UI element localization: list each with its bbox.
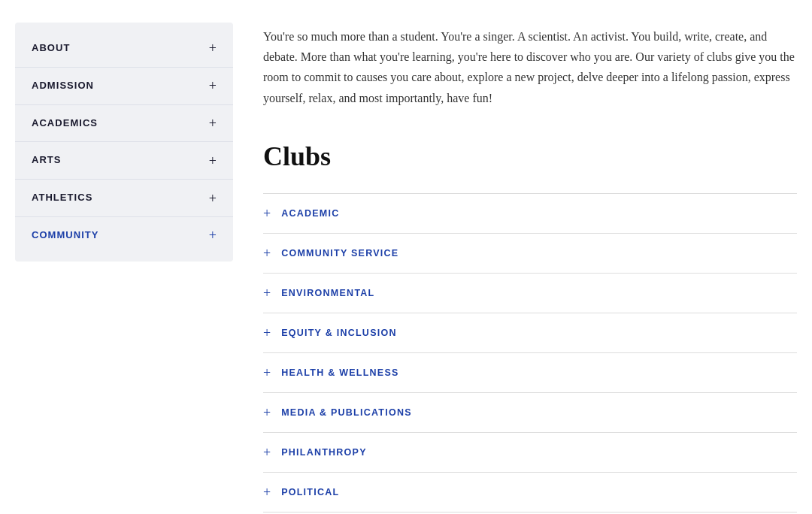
plus-icon-community: +: [209, 228, 217, 242]
plus-icon-admission: +: [209, 79, 217, 92]
club-item-media-publications[interactable]: +MEDIA & PUBLICATIONS: [263, 393, 797, 433]
club-plus-icon-community-service: +: [263, 246, 271, 260]
club-item-political[interactable]: +POLITICAL: [263, 473, 797, 512]
sidebar-item-label-community: COMMUNITY: [32, 228, 99, 243]
plus-icon-academics: +: [209, 116, 217, 130]
club-label-political: POLITICAL: [281, 485, 339, 500]
club-plus-icon-academic: +: [263, 207, 271, 220]
club-item-environmental[interactable]: +ENVIRONMENTAL: [263, 274, 797, 313]
sidebar: ABOUT+ADMISSION+ACADEMICS+ARTS+ATHLETICS…: [15, 23, 233, 262]
clubs-list: +ACADEMIC+COMMUNITY SERVICE+ENVIRONMENTA…: [263, 193, 797, 514]
sidebar-item-label-arts: ARTS: [32, 153, 62, 168]
club-label-equity-inclusion: EQUITY & INCLUSION: [281, 325, 397, 340]
club-plus-icon-political: +: [263, 485, 271, 499]
sidebar-item-label-athletics: ATHLETICS: [32, 190, 92, 206]
intro-text: You're so much more than a student. You'…: [263, 26, 797, 108]
club-label-philanthropy: PHILANTHROPY: [281, 445, 367, 460]
plus-icon-arts: +: [209, 154, 217, 168]
club-plus-icon-media-publications: +: [263, 406, 271, 419]
sidebar-item-arts[interactable]: ARTS+: [15, 142, 233, 180]
club-item-academic[interactable]: +ACADEMIC: [263, 193, 797, 234]
plus-icon-athletics: +: [209, 192, 217, 205]
sidebar-item-about[interactable]: ABOUT+: [15, 30, 233, 68]
sidebar-item-athletics[interactable]: ATHLETICS+: [15, 180, 233, 217]
club-label-media-publications: MEDIA & PUBLICATIONS: [281, 405, 412, 420]
club-item-equity-inclusion[interactable]: +EQUITY & INCLUSION: [263, 313, 797, 353]
section-title: Clubs: [263, 135, 797, 179]
sidebar-item-academics[interactable]: ACADEMICS+: [15, 105, 233, 143]
sidebar-item-label-admission: ADMISSION: [32, 78, 94, 94]
club-label-academic: ACADEMIC: [281, 206, 339, 221]
sidebar-item-label-academics: ACADEMICS: [32, 116, 98, 132]
sidebar-item-admission[interactable]: ADMISSION+: [15, 68, 233, 105]
sidebar-item-community[interactable]: COMMUNITY+: [15, 217, 233, 254]
club-label-health-wellness: HEALTH & WELLNESS: [281, 365, 398, 380]
club-label-community-service: COMMUNITY SERVICE: [281, 246, 398, 261]
main-content: You're so much more than a student. You'…: [263, 23, 797, 514]
plus-icon-about: +: [209, 41, 217, 55]
page-wrapper: ABOUT+ADMISSION+ACADEMICS+ARTS+ATHLETICS…: [0, 0, 812, 514]
club-plus-icon-equity-inclusion: +: [263, 326, 271, 340]
sidebar-item-label-about: ABOUT: [32, 41, 70, 56]
club-item-health-wellness[interactable]: +HEALTH & WELLNESS: [263, 353, 797, 393]
club-item-philanthropy[interactable]: +PHILANTHROPY: [263, 433, 797, 473]
club-item-community-service[interactable]: +COMMUNITY SERVICE: [263, 234, 797, 274]
club-label-environmental: ENVIRONMENTAL: [281, 286, 374, 301]
club-plus-icon-environmental: +: [263, 286, 271, 300]
club-plus-icon-philanthropy: +: [263, 446, 271, 459]
club-plus-icon-health-wellness: +: [263, 366, 271, 379]
